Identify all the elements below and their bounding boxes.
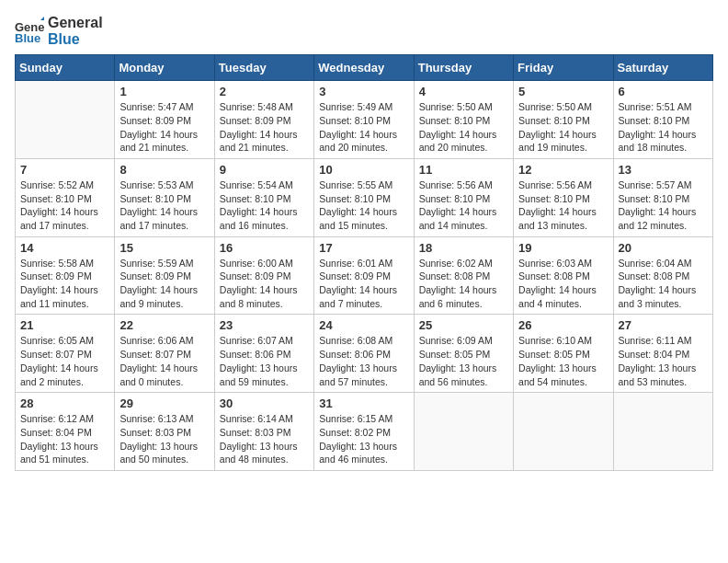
day-info: Sunrise: 6:13 AM Sunset: 8:03 PM Dayligh…: [119, 412, 209, 466]
day-number: 15: [119, 241, 209, 255]
day-number: 30: [220, 396, 309, 410]
day-info: Sunrise: 5:54 AM Sunset: 8:10 PM Dayligh…: [220, 178, 309, 233]
weekday-header-tuesday: Tuesday: [214, 55, 313, 81]
day-info: Sunrise: 5:55 AM Sunset: 8:10 PM Dayligh…: [319, 178, 408, 233]
day-info: Sunrise: 5:50 AM Sunset: 8:10 PM Dayligh…: [419, 100, 508, 155]
logo-general-text: General: [48, 15, 103, 31]
calendar-body: 1Sunrise: 5:47 AM Sunset: 8:09 PM Daylig…: [16, 81, 713, 471]
day-number: 2: [220, 85, 309, 98]
weekday-header-monday: Monday: [115, 55, 214, 81]
calendar-cell: 15Sunrise: 5:59 AM Sunset: 8:09 PM Dayli…: [115, 236, 214, 315]
day-info: Sunrise: 6:11 AM Sunset: 8:04 PM Dayligh…: [619, 334, 708, 388]
day-number: 5: [518, 85, 608, 98]
day-number: 7: [20, 163, 109, 177]
day-info: Sunrise: 6:07 AM Sunset: 8:06 PM Dayligh…: [220, 334, 309, 388]
day-number: 25: [419, 318, 508, 332]
calendar-cell: 22Sunrise: 6:06 AM Sunset: 8:07 PM Dayli…: [115, 315, 214, 393]
day-number: 8: [119, 163, 209, 177]
day-info: Sunrise: 6:00 AM Sunset: 8:09 PM Dayligh…: [220, 257, 309, 311]
day-info: Sunrise: 6:10 AM Sunset: 8:05 PM Dayligh…: [518, 334, 608, 388]
calendar-cell: 3Sunrise: 5:49 AM Sunset: 8:10 PM Daylig…: [314, 81, 414, 159]
day-number: 12: [518, 163, 608, 177]
calendar-cell: 6Sunrise: 5:51 AM Sunset: 8:10 PM Daylig…: [613, 81, 712, 159]
calendar-cell: 11Sunrise: 5:56 AM Sunset: 8:10 PM Dayli…: [414, 158, 513, 236]
day-info: Sunrise: 6:03 AM Sunset: 8:08 PM Dayligh…: [518, 257, 608, 311]
calendar-cell: [514, 393, 613, 471]
day-info: Sunrise: 5:52 AM Sunset: 8:10 PM Dayligh…: [20, 178, 109, 233]
calendar-cell: 29Sunrise: 6:13 AM Sunset: 8:03 PM Dayli…: [115, 393, 214, 471]
calendar-cell: 7Sunrise: 5:52 AM Sunset: 8:10 PM Daylig…: [16, 158, 115, 236]
weekday-header-saturday: Saturday: [613, 55, 712, 81]
weekday-header-row: SundayMondayTuesdayWednesdayThursdayFrid…: [16, 55, 713, 81]
day-info: Sunrise: 6:02 AM Sunset: 8:08 PM Dayligh…: [419, 257, 508, 311]
calendar-cell: 12Sunrise: 5:56 AM Sunset: 8:10 PM Dayli…: [514, 158, 613, 236]
day-number: 11: [419, 163, 508, 177]
logo: General Blue General Blue: [15, 15, 103, 47]
day-number: 23: [220, 318, 309, 332]
day-number: 20: [619, 241, 708, 255]
day-number: 17: [319, 241, 408, 255]
calendar-cell: 13Sunrise: 5:57 AM Sunset: 8:10 PM Dayli…: [613, 158, 712, 236]
day-number: 21: [20, 318, 109, 332]
calendar-week-row: 1Sunrise: 5:47 AM Sunset: 8:09 PM Daylig…: [16, 81, 713, 159]
day-number: 31: [319, 396, 408, 410]
calendar-cell: 14Sunrise: 5:58 AM Sunset: 8:09 PM Dayli…: [16, 236, 115, 315]
day-info: Sunrise: 5:51 AM Sunset: 8:10 PM Dayligh…: [619, 100, 708, 155]
calendar-cell: 10Sunrise: 5:55 AM Sunset: 8:10 PM Dayli…: [314, 158, 414, 236]
day-number: 9: [220, 163, 309, 177]
calendar-week-row: 14Sunrise: 5:58 AM Sunset: 8:09 PM Dayli…: [16, 236, 713, 315]
day-number: 4: [419, 85, 508, 98]
calendar-cell: 26Sunrise: 6:10 AM Sunset: 8:05 PM Dayli…: [514, 315, 613, 393]
calendar-header: SundayMondayTuesdayWednesdayThursdayFrid…: [16, 55, 713, 81]
day-info: Sunrise: 6:05 AM Sunset: 8:07 PM Dayligh…: [20, 334, 109, 388]
day-info: Sunrise: 6:09 AM Sunset: 8:05 PM Dayligh…: [419, 334, 508, 388]
day-info: Sunrise: 5:57 AM Sunset: 8:10 PM Dayligh…: [619, 178, 708, 233]
day-info: Sunrise: 5:50 AM Sunset: 8:10 PM Dayligh…: [518, 100, 608, 155]
day-number: 6: [619, 85, 708, 98]
calendar-cell: [613, 393, 712, 471]
day-info: Sunrise: 6:12 AM Sunset: 8:04 PM Dayligh…: [20, 412, 109, 466]
day-info: Sunrise: 5:48 AM Sunset: 8:09 PM Dayligh…: [220, 100, 309, 155]
calendar-cell: [16, 81, 115, 159]
calendar-cell: 28Sunrise: 6:12 AM Sunset: 8:04 PM Dayli…: [16, 393, 115, 471]
weekday-header-wednesday: Wednesday: [314, 55, 414, 81]
calendar-cell: 21Sunrise: 6:05 AM Sunset: 8:07 PM Dayli…: [16, 315, 115, 393]
day-info: Sunrise: 5:49 AM Sunset: 8:10 PM Dayligh…: [319, 100, 408, 155]
day-number: 26: [518, 318, 608, 332]
day-info: Sunrise: 5:47 AM Sunset: 8:09 PM Dayligh…: [119, 100, 209, 155]
day-number: 29: [119, 396, 209, 410]
day-info: Sunrise: 5:56 AM Sunset: 8:10 PM Dayligh…: [419, 178, 508, 233]
calendar-cell: 30Sunrise: 6:14 AM Sunset: 8:03 PM Dayli…: [214, 393, 313, 471]
calendar-cell: 24Sunrise: 6:08 AM Sunset: 8:06 PM Dayli…: [314, 315, 414, 393]
logo-icon: General Blue: [15, 17, 44, 46]
calendar-cell: 5Sunrise: 5:50 AM Sunset: 8:10 PM Daylig…: [514, 81, 613, 159]
day-info: Sunrise: 6:15 AM Sunset: 8:02 PM Dayligh…: [319, 412, 408, 466]
svg-text:Blue: Blue: [15, 31, 40, 45]
day-info: Sunrise: 5:56 AM Sunset: 8:10 PM Dayligh…: [518, 178, 608, 233]
calendar-cell: 18Sunrise: 6:02 AM Sunset: 8:08 PM Dayli…: [414, 236, 513, 315]
day-info: Sunrise: 5:53 AM Sunset: 8:10 PM Dayligh…: [119, 178, 209, 233]
day-info: Sunrise: 5:59 AM Sunset: 8:09 PM Dayligh…: [119, 257, 209, 311]
day-number: 16: [220, 241, 309, 255]
day-number: 1: [119, 85, 209, 98]
page-header: General Blue General Blue: [15, 15, 713, 47]
calendar-cell: 4Sunrise: 5:50 AM Sunset: 8:10 PM Daylig…: [414, 81, 513, 159]
day-number: 18: [419, 241, 508, 255]
calendar-week-row: 21Sunrise: 6:05 AM Sunset: 8:07 PM Dayli…: [16, 315, 713, 393]
calendar-week-row: 28Sunrise: 6:12 AM Sunset: 8:04 PM Dayli…: [16, 393, 713, 471]
calendar-week-row: 7Sunrise: 5:52 AM Sunset: 8:10 PM Daylig…: [16, 158, 713, 236]
day-number: 19: [518, 241, 608, 255]
day-number: 3: [319, 85, 408, 98]
day-info: Sunrise: 6:08 AM Sunset: 8:06 PM Dayligh…: [319, 334, 408, 388]
day-number: 24: [319, 318, 408, 332]
day-number: 22: [119, 318, 209, 332]
logo-blue-text: Blue: [48, 31, 103, 48]
calendar-cell: 1Sunrise: 5:47 AM Sunset: 8:09 PM Daylig…: [115, 81, 214, 159]
calendar-cell: 27Sunrise: 6:11 AM Sunset: 8:04 PM Dayli…: [613, 315, 712, 393]
day-number: 27: [619, 318, 708, 332]
day-info: Sunrise: 6:04 AM Sunset: 8:08 PM Dayligh…: [619, 257, 708, 311]
day-number: 13: [619, 163, 708, 177]
calendar-cell: 8Sunrise: 5:53 AM Sunset: 8:10 PM Daylig…: [115, 158, 214, 236]
weekday-header-sunday: Sunday: [16, 55, 115, 81]
day-info: Sunrise: 6:01 AM Sunset: 8:09 PM Dayligh…: [319, 257, 408, 311]
